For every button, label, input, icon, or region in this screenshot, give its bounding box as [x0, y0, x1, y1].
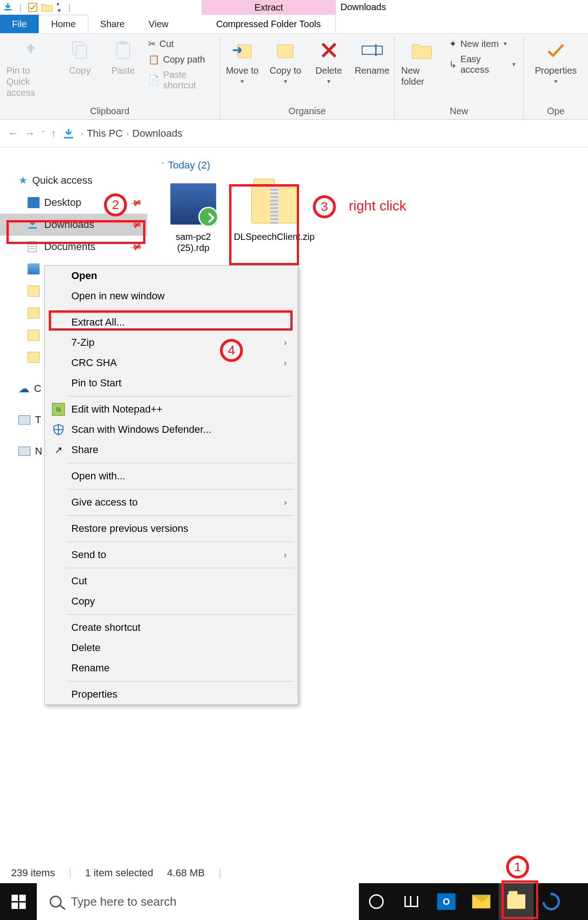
pin-icon: 📌: [129, 196, 143, 210]
tab-view[interactable]: View: [137, 15, 180, 33]
cut-button[interactable]: ✂Cut: [148, 38, 213, 49]
ctx-rename[interactable]: Rename: [45, 658, 298, 678]
copy-to-button[interactable]: Copy to▼: [267, 36, 304, 87]
label: Open: [71, 270, 97, 282]
rdp-icon: [170, 183, 216, 225]
folder-icon: [28, 352, 40, 363]
mail-button[interactable]: [464, 883, 499, 920]
ctx-properties[interactable]: Properties: [45, 684, 298, 705]
label: Share: [71, 444, 98, 456]
folder-icon: [410, 38, 434, 62]
ctx-crc-sha[interactable]: CRC SHA›: [45, 353, 298, 373]
easy-access-button[interactable]: ↳Easy access ▼: [449, 54, 517, 75]
ctx-restore[interactable]: Restore previous versions: [45, 518, 298, 539]
share-icon: ↗: [52, 443, 65, 456]
ribbon-tabs: File Home Share View Compressed Folder T…: [0, 15, 588, 33]
new-item-button[interactable]: ✦New item ▼: [449, 38, 517, 49]
ctx-defender[interactable]: Scan with Windows Defender...: [45, 419, 298, 440]
explorer-button[interactable]: [499, 883, 534, 920]
ctx-give-access[interactable]: Give access to›: [45, 492, 298, 512]
cortana-button[interactable]: [359, 883, 394, 920]
file-rdp[interactable]: sam-pc2 (25).rdp: [161, 179, 225, 253]
label: Rename: [71, 662, 110, 674]
paste-icon: [111, 38, 135, 62]
nav-documents[interactable]: Documents 📌: [0, 236, 147, 258]
pin-icon: 📌: [129, 218, 143, 232]
task-view-button[interactable]: [394, 883, 429, 920]
crumb-this-pc[interactable]: This PC: [87, 128, 123, 140]
taskbar-search[interactable]: Type here to search: [37, 883, 359, 920]
ctx-pin-start[interactable]: Pin to Start: [45, 373, 298, 393]
rename-icon: [360, 38, 384, 62]
forward-button[interactable]: →: [25, 128, 35, 140]
windows-icon: [12, 895, 26, 909]
tab-file[interactable]: File: [0, 15, 39, 33]
ctx-cut[interactable]: Cut: [45, 571, 298, 591]
label: Pin to Start: [71, 377, 121, 389]
quick-access[interactable]: ★ Quick access: [0, 169, 147, 192]
qat-dropdown-icon[interactable]: ▾▼: [57, 1, 62, 14]
ctx-open-with[interactable]: Open with...: [45, 466, 298, 486]
chevron-down-icon: ▼: [511, 61, 517, 68]
group-header-today[interactable]: ˅ Today (2): [161, 159, 574, 171]
ctx-share[interactable]: ↗Share: [45, 440, 298, 460]
tab-share[interactable]: Share: [88, 15, 137, 33]
nav-desktop[interactable]: Desktop 📌: [0, 192, 147, 214]
move-to-button[interactable]: Move to▼: [224, 36, 261, 87]
properties-button[interactable]: Properties▼: [535, 36, 576, 87]
copy-button[interactable]: Copy: [62, 36, 98, 76]
qat-check-icon[interactable]: [28, 3, 37, 12]
ctx-7zip[interactable]: 7-Zip›: [45, 332, 298, 353]
ctx-open[interactable]: Open: [45, 266, 298, 286]
qat-icon[interactable]: [3, 2, 13, 12]
outlook-button[interactable]: O: [429, 883, 464, 920]
explorer-icon: [507, 894, 525, 909]
label: Restore previous versions: [71, 523, 188, 535]
new-folder-button[interactable]: New folder: [401, 36, 443, 87]
ctx-notepadpp[interactable]: NEdit with Notepad++: [45, 399, 298, 419]
recent-dropdown[interactable]: ˅: [41, 130, 45, 137]
window-title: Downloads: [340, 2, 386, 12]
back-button[interactable]: ←: [8, 128, 18, 140]
context-menu: Open Open in new window Extract All... 7…: [44, 265, 298, 705]
nav-downloads[interactable]: Downloads 📌: [0, 214, 147, 236]
paste-button[interactable]: Paste: [105, 36, 142, 76]
svg-rect-7: [28, 242, 36, 252]
contextual-tab-extract[interactable]: Extract: [202, 0, 336, 15]
group-label: Clipboard: [6, 106, 213, 119]
ctx-delete[interactable]: Delete: [45, 638, 298, 658]
rename-button[interactable]: Rename: [354, 36, 391, 76]
titlebar: | ▾▼ | Extract Downloads: [0, 0, 588, 15]
label: Properties: [71, 688, 117, 700]
separator: [67, 542, 294, 542]
edge-button[interactable]: [534, 883, 569, 920]
tab-home[interactable]: Home: [39, 15, 88, 33]
copy-path-button[interactable]: 📋Copy path: [148, 54, 213, 65]
label: Copy: [71, 595, 95, 607]
pin-quick-access-button[interactable]: Pin to Quick access: [6, 36, 55, 98]
sparkle-icon: ✦: [449, 38, 457, 49]
separator: [67, 515, 294, 516]
paste-shortcut-icon: 📄: [148, 75, 160, 86]
folder-icon: [28, 330, 40, 341]
breadcrumb[interactable]: › This PC › Downloads: [81, 128, 182, 140]
ctx-extract-all[interactable]: Extract All...: [45, 312, 298, 332]
label: Cut: [160, 39, 174, 49]
ctx-send-to[interactable]: Send to›: [45, 545, 298, 565]
paste-shortcut-button[interactable]: 📄Paste shortcut: [148, 70, 213, 91]
tab-compressed-tools[interactable]: Compressed Folder Tools: [202, 15, 336, 33]
file-zip[interactable]: DLSpeechClient.zip: [242, 179, 306, 253]
chevron-down-icon: ▼: [283, 76, 288, 87]
crumb-downloads[interactable]: Downloads: [133, 128, 183, 140]
outlook-icon: O: [437, 893, 455, 910]
ctx-copy[interactable]: Copy: [45, 591, 298, 611]
file-name: DLSpeechClient.zip: [234, 231, 315, 242]
up-button[interactable]: ↑: [51, 128, 56, 140]
chevron-down-icon: ▼: [240, 76, 245, 87]
delete-button[interactable]: Delete▼: [311, 36, 347, 87]
ctx-shortcut[interactable]: Create shortcut: [45, 617, 298, 638]
ctx-open-new-window[interactable]: Open in new window: [45, 286, 298, 306]
mail-icon: [472, 895, 490, 908]
qat-folder-icon[interactable]: [41, 2, 53, 12]
start-button[interactable]: [0, 883, 37, 920]
